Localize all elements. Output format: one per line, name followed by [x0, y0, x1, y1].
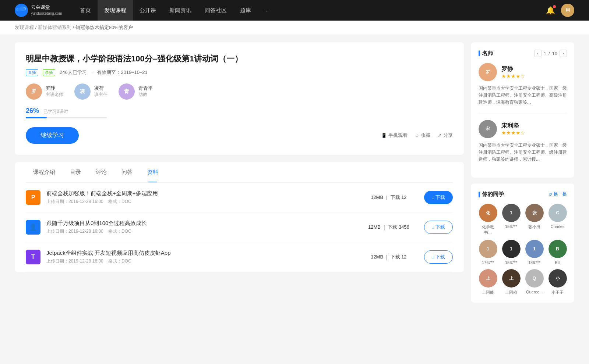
nav-discover[interactable]: 发现课程 — [98, 0, 133, 21]
notification-bell[interactable]: 🔔 — [546, 6, 555, 15]
logo[interactable]: 云朵课堂yunduoketang.com — [15, 4, 62, 17]
mobile-watch-button[interactable]: 📱 手机观看 — [381, 132, 408, 139]
teacher-item-1: 宋 宋利坚 ★★★★☆ 国内某重点大学安全工程专业硕士，国家一级注册消防工程师、… — [479, 120, 567, 163]
resource-stats-0: 12MB | 下载 12 — [359, 194, 418, 201]
notification-dot — [553, 5, 556, 8]
tabs-nav: 课程介绍 目录 评论 问答 资料 — [26, 162, 453, 183]
classmate-8[interactable]: 上 上阿能 — [479, 269, 497, 295]
sidebar: 名师 ‹ 1 / 10 › 罗 罗静 — [471, 42, 574, 308]
resource-item-1: 👤 跟随千万级项目从0到100全过程高效成长 上传日期：2019-12-28 1… — [26, 213, 453, 242]
nav-open[interactable]: 公开课 — [133, 0, 163, 21]
resource-meta-1: 上传日期：2019-12-28 16:00 格式：DOC — [46, 228, 353, 235]
course-meta: 直播 录播 246人已学习 · 有效期至：2019–10–21 — [26, 69, 453, 76]
tab-resources[interactable]: 资料 — [140, 162, 166, 182]
user-avatar-nav[interactable]: 用 — [561, 4, 574, 17]
breadcrumb-current: 销冠修炼术搞定80%的客户 — [75, 25, 133, 30]
teacher-avatar-1: 宋 — [479, 120, 497, 138]
classmates-panel-title: 你的同学 ↺ 换一换 — [479, 191, 567, 198]
nav-more[interactable]: ··· — [258, 0, 276, 21]
teacher-divider — [479, 114, 567, 114]
share-button[interactable]: ↗ 分享 — [438, 132, 453, 139]
nav-right: 🔔 用 — [546, 4, 574, 17]
instructor-role-2: 助教 — [138, 92, 153, 98]
course-header-card: 明星中教授课，小学阶段语法100分–强化级第1讲动词（一） 直播 录播 246人… — [15, 42, 464, 155]
svg-point-3 — [17, 7, 25, 12]
classmate-10[interactable]: Q Querec... — [525, 269, 544, 295]
teachers-panel-title: 名师 ‹ 1 / 10 › — [479, 50, 567, 57]
classmates-refresh-btn[interactable]: ↺ 换一换 — [549, 191, 567, 197]
resource-downloads-0: 下载 12 — [391, 194, 407, 201]
tab-catalog[interactable]: 目录 — [63, 162, 88, 182]
tag-live: 直播 — [26, 69, 38, 76]
classmate-4[interactable]: 1 1767** — [479, 240, 497, 265]
continue-button[interactable]: 继续学习 — [26, 127, 79, 144]
teacher-item-0: 罗 罗静 ★★★★☆ 国内某重点大学安全工程专业硕士，国家一级注册消防工程师、注… — [479, 63, 567, 106]
resource-size-1: 12MB — [368, 224, 381, 230]
resource-info-2: Jetpack全组件实战 开发短视频应用高仿皮皮虾App 上传日期：2019-1… — [46, 250, 353, 264]
instructor-0: 罗 罗静 主讲老师 — [26, 83, 63, 100]
nav-quiz[interactable]: 题库 — [233, 0, 258, 21]
course-actions: 继续学习 📱 手机观看 ☆ 收藏 ↗ 分享 — [26, 127, 453, 144]
classmate-7[interactable]: B Bill — [548, 240, 567, 265]
classmate-1[interactable]: 1 1567** — [502, 204, 521, 235]
instructor-name-2: 青青平 — [138, 85, 153, 92]
mobile-icon: 📱 — [381, 133, 387, 138]
instructor-role-1: 班主任 — [94, 92, 107, 98]
download-button-0[interactable]: ↓ 下载 — [424, 191, 453, 204]
resource-downloads-2: 下载 12 — [391, 254, 407, 260]
classmate-2[interactable]: 张 张小田 — [525, 204, 544, 235]
tab-qa[interactable]: 问答 — [114, 162, 140, 182]
teacher-stars-1: ★★★★☆ — [501, 130, 525, 136]
classmates-grid: 化 化学教书... 1 1567** 张 张小田 C Charles 1 1 — [479, 204, 567, 295]
tab-review[interactable]: 评论 — [88, 162, 114, 182]
nav-home[interactable]: 首页 — [73, 0, 98, 21]
resource-name-0: 前端全栈加强版！前端全栈+全周期+多端应用 — [46, 190, 353, 197]
instructor-name-1: 凌荷 — [94, 85, 107, 92]
classmate-9[interactable]: 上 上阿稳 — [502, 269, 521, 295]
instructor-avatar-2: 青 — [119, 83, 135, 100]
teacher-avatar-0: 罗 — [479, 63, 497, 81]
teachers-next-btn[interactable]: › — [560, 50, 567, 57]
teacher-name-1: 宋利坚 — [501, 122, 525, 130]
teachers-prev-btn[interactable]: ‹ — [534, 50, 542, 57]
share-icon: ↗ — [438, 133, 442, 138]
resource-size-0: 12MB — [371, 195, 383, 200]
classmate-0[interactable]: 化 化学教书... — [479, 204, 497, 235]
nav-items: 首页 发现课程 公开课 新闻资讯 问答社区 题库 ··· — [73, 0, 546, 21]
collect-button[interactable]: ☆ 收藏 — [415, 132, 430, 139]
student-count: 246人已学习 — [60, 69, 87, 76]
logo-icon — [15, 4, 28, 17]
resource-meta-2: 上传日期：2019-12-28 16:00 格式：DOC — [46, 258, 353, 264]
tab-intro[interactable]: 课程介绍 — [26, 162, 63, 182]
progress-section: 26% 已学习0课时 — [26, 107, 453, 118]
resource-name-2: Jetpack全组件实战 开发短视频应用高仿皮皮虾App — [46, 250, 353, 257]
nav-qa[interactable]: 问答社区 — [198, 0, 233, 21]
resource-name-1: 跟随千万级项目从0到100全过程高效成长 — [46, 220, 353, 227]
nav-news[interactable]: 新闻资讯 — [163, 0, 198, 21]
resource-icon-1: 👤 — [26, 220, 40, 235]
teacher-stars-0: ★★★★☆ — [501, 73, 525, 79]
teacher-name-0: 罗静 — [501, 65, 525, 73]
classmate-6[interactable]: 1 1867** — [525, 240, 544, 265]
breadcrumb-link-2[interactable]: 新媒体营销系列 — [38, 25, 71, 30]
resource-downloads-1: 下载 3456 — [388, 224, 409, 231]
course-title: 明星中教授课，小学阶段语法100分–强化级第1讲动词（一） — [26, 53, 453, 65]
instructor-1: 凌 凌荷 班主任 — [74, 83, 107, 100]
navbar: 云朵课堂yunduoketang.com 首页 发现课程 公开课 新闻资讯 问答… — [0, 0, 589, 21]
classmate-5[interactable]: 1 1567** — [502, 240, 521, 265]
instructor-avatar-1: 凌 — [74, 83, 91, 100]
star-icon: ☆ — [415, 133, 419, 138]
download-button-1[interactable]: ↓ 下载 — [424, 221, 453, 234]
breadcrumb-link-1[interactable]: 发现课程 — [15, 25, 34, 30]
download-button-2[interactable]: ↓ 下载 — [424, 250, 453, 264]
teacher-desc-1: 国内某重点大学安全工程专业硕士，国家一级注册消防工程师、注册安全工程师、级注册建… — [479, 142, 567, 163]
teachers-page-total: 10 — [552, 51, 557, 56]
teachers-page-current: 1 — [544, 51, 546, 56]
instructor-name-0: 罗静 — [46, 85, 63, 92]
instructor-2: 青 青青平 助教 — [119, 83, 153, 100]
progress-bar-bg — [26, 117, 107, 118]
classmate-3[interactable]: C Charles — [548, 204, 567, 235]
classmate-11[interactable]: 小 小王子 — [548, 269, 567, 295]
logo-text: 云朵课堂yunduoketang.com — [31, 4, 62, 16]
resource-size-2: 12MB — [371, 254, 383, 260]
